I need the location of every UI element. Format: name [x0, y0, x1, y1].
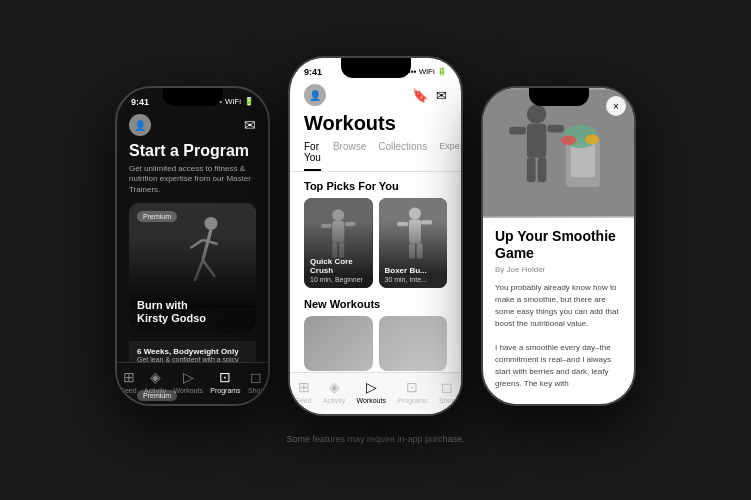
close-button[interactable]: ×: [606, 96, 626, 116]
svg-point-34: [561, 135, 577, 145]
avatar[interactable]: 👤: [129, 114, 151, 136]
nav-shop-label: Shop: [248, 387, 264, 394]
tab-browse[interactable]: Browse: [333, 141, 366, 171]
nav-programs-middle[interactable]: ⊡ Programs: [397, 379, 427, 404]
card-meta-title: 6 Weeks, Bodyweight Only: [137, 347, 248, 356]
top-picks-container: Quick Core Crush 10 min, Beginner: [290, 198, 461, 288]
article-title: Up Your Smoothie Game: [495, 228, 622, 262]
footer-note: Some features may require in-app purchas…: [286, 434, 464, 444]
programs-label-m: Programs: [397, 397, 427, 404]
notch-right: [529, 88, 589, 106]
nav-workouts-left[interactable]: ▷ Workouts: [174, 369, 203, 394]
feed-label-m: Feed: [296, 397, 312, 404]
nav-workouts-middle[interactable]: ▷ Workouts: [357, 379, 386, 404]
pick-2-info: Boxer Bu... 30 min, Inte...: [385, 266, 427, 283]
pick-1-sub: 10 min, Beginner: [310, 276, 373, 283]
shop-icon: ◻: [250, 369, 262, 385]
bookmark-icon[interactable]: 🔖: [412, 88, 428, 103]
pick-2-sub: 30 min, Inte...: [385, 276, 427, 283]
premium-badge-2: Premium: [137, 390, 177, 401]
workouts-icon-m: ▷: [366, 379, 377, 395]
tab-collections[interactable]: Collections: [378, 141, 427, 171]
nav-feed-label: Feed: [121, 387, 137, 394]
workout-card-1[interactable]: Premium Burn withKirsty Godso: [129, 203, 256, 333]
status-icons-middle: ▪▪▪ WiFi 🔋: [408, 67, 447, 76]
mail-icon[interactable]: ✉: [244, 117, 256, 133]
article-content: Up Your Smoothie Game By Joe Holder You …: [483, 218, 634, 400]
nav-feed-middle[interactable]: ⊞ Feed: [296, 379, 312, 404]
programs-icon-m: ⊡: [406, 379, 418, 395]
page-subtitle: Get unlimited access to fitness & nutrit…: [129, 164, 256, 195]
pick-card-2[interactable]: Boxer Bu... 30 min, Inte...: [379, 198, 448, 288]
activity-icon: ◈: [150, 369, 161, 385]
shop-label-m: Shop: [439, 397, 455, 404]
article-body: You probably already know how to make a …: [495, 282, 622, 390]
new-card-1[interactable]: [304, 316, 373, 371]
shop-icon-m: ◻: [441, 379, 453, 395]
premium-badge-1: Premium: [137, 211, 177, 222]
svg-point-35: [585, 134, 599, 144]
nav-workouts-label: Workouts: [174, 387, 203, 394]
tabs-row: For You Browse Collections Expe...: [290, 141, 461, 172]
pick-1-name: Quick Core Crush: [310, 257, 373, 276]
workouts-label-m: Workouts: [357, 397, 386, 404]
new-card-2[interactable]: [379, 316, 448, 371]
phone-left: 9:41 ▪▪▪ WiFi 🔋 👤 ✉ Start a Program Get …: [115, 86, 270, 406]
section-top-picks: Top Picks For You: [290, 180, 461, 198]
bottom-nav-middle: ⊞ Feed ◈ Activity ▷ Workouts ⊡ Programs …: [290, 372, 461, 414]
pick-1-info: Quick Core Crush 10 min, Beginner: [310, 257, 373, 283]
article-hero: ×: [483, 88, 634, 218]
card-title-1: Burn withKirsty Godso: [137, 299, 206, 325]
middle-header: 👤 🔖 ✉: [290, 80, 461, 110]
svg-rect-27: [509, 127, 526, 135]
activity-label-m: Activity: [323, 397, 345, 404]
left-header: 👤 ✉: [117, 110, 268, 142]
workouts-icon: ▷: [183, 369, 194, 385]
activity-icon-m: ◈: [329, 379, 340, 395]
notch-middle: [341, 58, 411, 78]
svg-rect-30: [538, 158, 547, 182]
feed-icon-m: ⊞: [298, 379, 310, 395]
phone-middle: 9:41 ▪▪▪ WiFi 🔋 👤 🔖 ✉ Workouts For You B…: [288, 56, 463, 416]
section-new-workouts: New Workouts: [290, 298, 461, 316]
nav-programs-label: Programs: [210, 387, 240, 394]
mail-icon-middle[interactable]: ✉: [436, 88, 447, 103]
nav-shop-left[interactable]: ◻ Shop: [248, 369, 264, 394]
nav-shop-middle[interactable]: ◻ Shop: [439, 379, 455, 404]
time-left: 9:41: [131, 97, 149, 107]
phone-right: × Up Your Smoothie Game By Joe Holder Yo…: [481, 86, 636, 406]
feed-icon: ⊞: [123, 369, 135, 385]
notch-left: [163, 88, 223, 106]
workout-page-title: Workouts: [290, 110, 461, 141]
svg-point-25: [527, 104, 546, 123]
new-workouts-strip: [290, 316, 461, 371]
nav-feed-left[interactable]: ⊞ Feed: [121, 369, 137, 394]
svg-rect-32: [571, 143, 595, 177]
avatar-middle[interactable]: 👤: [304, 84, 326, 106]
tab-for-you[interactable]: For You: [304, 141, 321, 171]
pick-2-name: Boxer Bu...: [385, 266, 427, 276]
tab-experts[interactable]: Expe...: [439, 141, 463, 171]
nav-activity-middle[interactable]: ◈ Activity: [323, 379, 345, 404]
nav-programs-left[interactable]: ⊡ Programs: [210, 369, 240, 394]
pick-card-1[interactable]: Quick Core Crush 10 min, Beginner: [304, 198, 373, 288]
page-title: Start a Program: [129, 142, 256, 160]
svg-rect-28: [547, 125, 564, 133]
svg-rect-29: [527, 158, 536, 182]
svg-rect-26: [527, 124, 546, 158]
svg-rect-23: [379, 198, 448, 275]
time-middle: 9:41: [304, 67, 322, 77]
programs-icon: ⊡: [219, 369, 231, 385]
phones-container: 9:41 ▪▪▪ WiFi 🔋 👤 ✉ Start a Program Get …: [105, 56, 646, 426]
article-author: By Joe Holder: [495, 265, 622, 274]
